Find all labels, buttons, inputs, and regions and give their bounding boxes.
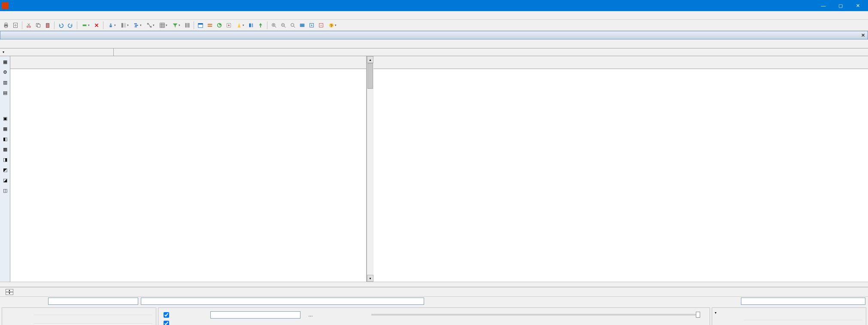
- svg-rect-19: [147, 23, 149, 24]
- menu-bar: [0, 11, 868, 20]
- activities-panel-header: ✕: [0, 31, 868, 39]
- zoomin-icon[interactable]: [270, 21, 278, 30]
- dock-resources-icon[interactable]: ⚙: [1, 68, 9, 76]
- level-icon[interactable]: [206, 21, 214, 30]
- svg-rect-37: [300, 24, 305, 24]
- topdown-icon[interactable]: [256, 21, 265, 30]
- activity-rows: [10, 69, 366, 282]
- filter-display[interactable]: [114, 48, 868, 56]
- svg-rect-28: [208, 25, 212, 27]
- cut-icon[interactable]: [24, 21, 33, 30]
- dock-risks-icon[interactable]: ◫: [1, 187, 9, 194]
- zoomout-icon[interactable]: [279, 21, 288, 30]
- preview-icon[interactable]: [11, 21, 20, 30]
- svg-rect-8: [37, 24, 40, 27]
- gantt-chart[interactable]: [373, 56, 868, 282]
- redo-icon[interactable]: [66, 21, 75, 30]
- svg-point-6: [29, 26, 31, 27]
- duration-panel: [2, 307, 156, 325]
- svg-rect-3: [14, 23, 18, 27]
- vertical-scrollbar[interactable]: ▲ ▼: [367, 56, 373, 282]
- svg-rect-16: [134, 23, 137, 24]
- dock-thresholds-icon[interactable]: ◩: [1, 166, 9, 174]
- dock-expenses-icon[interactable]: ◨: [1, 156, 9, 163]
- print-icon[interactable]: [2, 21, 10, 30]
- dock-wbs-icon[interactable]: ▣: [1, 114, 9, 122]
- dock-issues-icon[interactable]: ◪: [1, 176, 9, 184]
- dock-assignments-icon[interactable]: ◧: [1, 135, 9, 143]
- project-field[interactable]: [741, 298, 865, 305]
- status-panel: …: [158, 307, 710, 325]
- panel-close-icon[interactable]: ✕: [861, 33, 865, 38]
- finished-checkbox[interactable]: [164, 321, 169, 325]
- expandall-icon[interactable]: [307, 21, 316, 30]
- copy-icon[interactable]: [34, 21, 42, 30]
- layout-icon[interactable]: ▾: [118, 21, 131, 30]
- svg-rect-33: [252, 23, 253, 27]
- svg-rect-14: [121, 23, 123, 27]
- svg-rect-32: [249, 23, 251, 27]
- svg-rect-23: [187, 23, 188, 27]
- dock-wps-icon[interactable]: ▩: [1, 145, 9, 153]
- table-icon[interactable]: ▾: [157, 21, 169, 30]
- scroll-down-icon[interactable]: ▼: [367, 275, 373, 282]
- store-period-icon[interactable]: [225, 21, 233, 30]
- svg-rect-39: [300, 26, 305, 27]
- app-icon: [2, 2, 9, 9]
- duration-pct-slider[interactable]: [371, 314, 700, 316]
- dock-tracking-icon[interactable]: ▤: [1, 89, 9, 96]
- svg-rect-10: [47, 23, 49, 24]
- detail-spinner[interactable]: ▲▼: [1, 289, 18, 295]
- svg-rect-11: [82, 24, 86, 26]
- svg-rect-1: [5, 23, 7, 24]
- scroll-thumb[interactable]: [367, 63, 373, 89]
- activity-id-field[interactable]: [48, 298, 138, 305]
- chevron-down-icon: ▾: [3, 50, 4, 54]
- scroll-up-icon[interactable]: ▲: [367, 56, 373, 63]
- date-picker-icon[interactable]: …: [308, 312, 313, 317]
- showall-icon[interactable]: [298, 21, 307, 30]
- svg-point-31: [228, 24, 230, 26]
- dock-projects-icon[interactable]: ▦: [1, 58, 9, 66]
- minimize-button[interactable]: —: [815, 0, 832, 11]
- dock-activities-icon[interactable]: ▦: [1, 125, 9, 132]
- svg-rect-20: [150, 26, 152, 27]
- spotlight-icon[interactable]: ▾: [234, 21, 246, 30]
- gantt-timescale: [373, 56, 868, 69]
- gantt-icon[interactable]: ▾: [131, 21, 143, 30]
- filter-icon[interactable]: ▾: [170, 21, 182, 30]
- network-icon[interactable]: ▾: [144, 21, 156, 30]
- gantt-body[interactable]: [373, 69, 868, 282]
- layout-selector[interactable]: ▾: [0, 48, 114, 56]
- collapseall-icon[interactable]: [317, 21, 325, 30]
- help-icon[interactable]: ?▾: [326, 21, 338, 30]
- columns-icon[interactable]: [183, 21, 191, 30]
- add-activity-icon[interactable]: ▾: [79, 21, 91, 30]
- undo-icon[interactable]: [57, 21, 65, 30]
- maximize-button[interactable]: ▢: [832, 0, 849, 11]
- svg-rect-27: [208, 24, 212, 25]
- toolbar: ▾ ▾ ▾ ▾ ▾ ▾ ▾ ▾ ?▾: [0, 20, 868, 31]
- detail-tabs: ▲▼: [0, 287, 868, 296]
- paste-icon[interactable]: [43, 21, 52, 30]
- progress-icon[interactable]: [215, 21, 224, 30]
- left-dock: ▦ ⚙ ▥ ▤ ▣ ▦ ◧ ▩ ◨ ◩ ◪ ◫: [0, 56, 10, 282]
- column-headers: [10, 56, 366, 69]
- delete-icon[interactable]: [92, 21, 101, 30]
- zoomfit-icon[interactable]: [288, 21, 297, 30]
- svg-point-5: [27, 26, 29, 27]
- dock-reports-icon[interactable]: ▥: [1, 78, 9, 86]
- activity-name-field[interactable]: [141, 298, 424, 305]
- close-button[interactable]: ✕: [849, 0, 866, 11]
- svg-text:?: ?: [330, 23, 332, 27]
- reflection-icon[interactable]: [247, 21, 255, 30]
- started-checkbox[interactable]: [164, 312, 169, 318]
- resource-view-icon[interactable]: ▾: [106, 21, 118, 30]
- schedule-icon[interactable]: [196, 21, 205, 30]
- started-date-field[interactable]: [210, 311, 300, 319]
- svg-rect-38: [300, 25, 305, 26]
- view-tabs: [0, 39, 868, 48]
- svg-rect-22: [185, 23, 187, 27]
- svg-rect-26: [198, 23, 203, 24]
- layout-filter-bar: ▾: [0, 48, 868, 56]
